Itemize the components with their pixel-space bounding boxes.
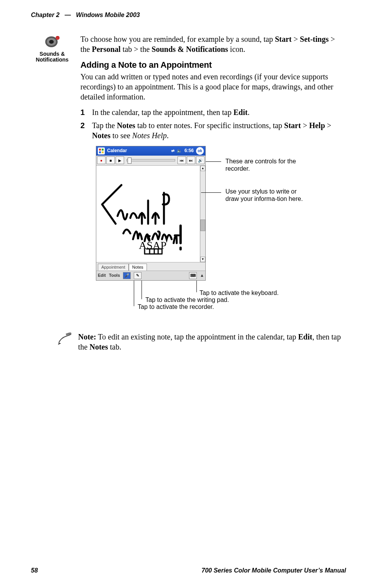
tab-notes[interactable]: Notes (129, 264, 147, 271)
callout-line (142, 281, 142, 299)
pda-titlebar: Calendar ⇄ 🔈 6:56 ok (96, 146, 205, 156)
tab-appointment[interactable]: Appointment (98, 264, 129, 271)
svg-point-2 (49, 40, 54, 44)
prev-button[interactable]: ⏮ (177, 156, 186, 164)
header-title: Windows Mobile 2003 (76, 12, 140, 18)
play-button[interactable]: ▶ (116, 156, 124, 164)
note-scrollbar[interactable]: ▲ ▼ (200, 166, 205, 262)
header-dash: — (61, 12, 74, 18)
manual-title: 700 Series Color Mobile Computer User’s … (201, 567, 346, 574)
page-number: 58 (31, 567, 38, 574)
pda-screenshot: Calendar ⇄ 🔈 6:56 ok ● ■ ▶ ⏮ ⏭ 🔊 (96, 146, 206, 281)
callout-line (206, 161, 221, 162)
note-block: Note: To edit an existing note, tap the … (57, 332, 346, 357)
callout-line (201, 192, 221, 193)
page-header: Chapter 2 — Windows Mobile 2003 (31, 12, 346, 19)
step-1: 1 In the calendar, tap the appointment, … (80, 107, 346, 117)
pda-bottom-bar: Edit Tools 🎤 ✎ ⌨ ▲ (96, 271, 205, 280)
callout-line (196, 281, 197, 292)
next-button[interactable]: ⏭ (187, 156, 195, 164)
scroll-thumb[interactable] (200, 219, 205, 231)
tools-menu[interactable]: Tools (109, 273, 120, 278)
stop-button[interactable]: ■ (106, 156, 115, 164)
callout-recorder: Tap to activate the recorder. (138, 303, 214, 310)
svg-rect-7 (102, 151, 104, 153)
keyboard-icon[interactable]: ⌨ (189, 272, 197, 279)
pda-tabs: Appointment Notes (96, 262, 205, 271)
left-margin-column: Sounds & Notifications (31, 34, 73, 357)
svg-rect-4 (99, 149, 101, 151)
pda-app-title: Calendar (107, 148, 127, 154)
edit-menu[interactable]: Edit (98, 273, 106, 278)
speaker-toggle[interactable]: 🔊 (196, 156, 205, 164)
callout-writing-pad: Tap to activate the writing pad. (145, 296, 229, 303)
section-heading: Adding a Note to an Appointment (80, 60, 346, 71)
scroll-down-icon[interactable]: ▼ (200, 257, 205, 262)
writing-pad-icon[interactable]: ✎ (134, 272, 142, 279)
playback-slider[interactable] (126, 159, 175, 161)
note-text: Note: To edit an existing note, tap the … (78, 332, 346, 352)
note-pencil-icon (57, 332, 73, 357)
figure-block: Calendar ⇄ 🔈 6:56 ok ● ■ ▶ ⏮ ⏭ 🔊 (96, 146, 346, 320)
steps-list: 1 In the calendar, tap the appointment, … (80, 107, 346, 141)
callout-line (134, 281, 134, 306)
recorder-icon[interactable]: 🎤 (123, 272, 131, 279)
callout-stylus: Use your stylus to write or draw your in… (225, 188, 307, 202)
scroll-up-icon[interactable]: ▲ (200, 166, 205, 171)
record-button[interactable]: ● (97, 156, 106, 164)
section-body: You can add written or typed notes and e… (80, 72, 346, 102)
page-footer: 58 700 Series Color Mobile Computer User… (31, 567, 346, 574)
start-flag-icon[interactable] (98, 147, 105, 154)
header-left: Chapter 2 — Windows Mobile 2003 (31, 12, 140, 19)
svg-rect-5 (102, 149, 104, 151)
speaker-icon (43, 34, 61, 50)
main-text-column: To choose how you are reminded, for exam… (80, 34, 346, 357)
volume-icon[interactable]: 🔈 (177, 148, 182, 153)
note-drawing-area[interactable]: ASAP ▲ ▼ (96, 166, 205, 262)
ok-button[interactable]: ok (196, 147, 204, 155)
recorder-toolbar: ● ■ ▶ ⏮ ⏭ 🔊 (96, 156, 205, 166)
svg-text:ASAP: ASAP (139, 239, 167, 251)
callout-recorder-controls: These are controls for the recorder. (225, 158, 303, 172)
step-2: 2 Tap the Notes tab to enter notes. For … (80, 120, 346, 141)
signal-icon: ⇄ (171, 148, 174, 153)
sip-arrow-icon[interactable]: ▲ (200, 273, 204, 278)
callout-keyboard: Tap to activate the keyboard. (200, 289, 279, 297)
svg-rect-6 (99, 151, 101, 153)
sounds-notifications-label: Sounds & Notifications (31, 51, 73, 63)
chapter-label: Chapter 2 (31, 12, 60, 18)
pda-time: 6:56 (184, 148, 194, 154)
intro-paragraph: To choose how you are reminded, for exam… (80, 34, 346, 54)
